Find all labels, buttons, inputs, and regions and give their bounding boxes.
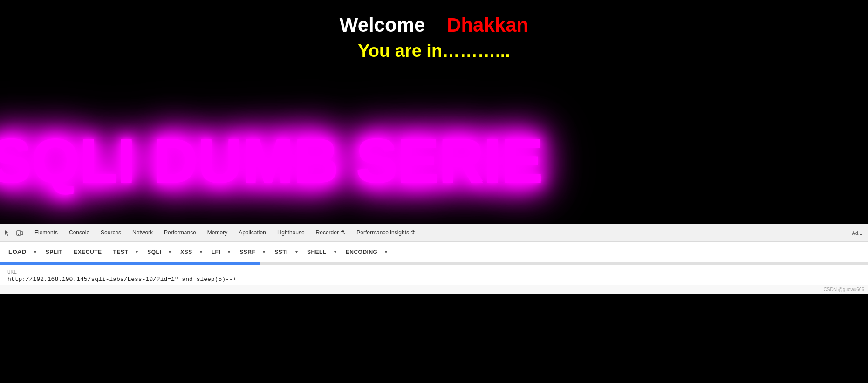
- split-button[interactable]: SPLIT: [41, 246, 68, 258]
- xss-button[interactable]: XSS: [176, 246, 197, 258]
- ssti-dropdown-arrow[interactable]: ▾: [293, 247, 301, 257]
- you-are-in-text: You are in………...: [358, 41, 510, 61]
- encoding-button[interactable]: ENCODING: [341, 246, 383, 258]
- tab-application[interactable]: Application: [233, 224, 272, 242]
- tab-recorder[interactable]: Recorder ⚗: [310, 224, 351, 242]
- sqli-dumb-title: SQLI DUMB SERIE: [0, 126, 543, 196]
- shell-dropdown-group: SHELL ▾: [302, 246, 339, 258]
- tab-network[interactable]: Network: [127, 224, 158, 242]
- inspect-icon[interactable]: [2, 227, 13, 239]
- sqli-dropdown-group: SQLI ▾: [143, 246, 174, 258]
- devtools-panel: Elements Console Sources Network Perform…: [0, 224, 868, 294]
- ssrf-button[interactable]: SSRF: [235, 246, 260, 258]
- scrubber-fill: [0, 262, 260, 265]
- svg-rect-1: [21, 232, 23, 235]
- sqli-button[interactable]: SQLI: [143, 246, 166, 258]
- devtools-icons: [2, 227, 25, 239]
- test-button[interactable]: TEST: [109, 246, 133, 258]
- load-dropdown-arrow[interactable]: ▾: [31, 247, 39, 257]
- tab-more[interactable]: Ad...: [848, 224, 866, 242]
- lfi-dropdown-group: LFI ▾: [207, 246, 233, 258]
- welcome-name: Dhakkan: [447, 14, 528, 36]
- devtools-tabbar: Elements Console Sources Network Perform…: [0, 224, 868, 242]
- load-button[interactable]: LOAD: [4, 246, 31, 258]
- toolbar-bar: LOAD ▾ SPLIT EXECUTE TEST ▾ SQLI ▾: [0, 242, 868, 262]
- csdn-watermark: CSDN @guowu666: [824, 287, 864, 292]
- ssti-button[interactable]: SSTI: [270, 246, 293, 258]
- url-value: http://192.168.190.145/sqli-labs/Less-10…: [7, 276, 861, 283]
- device-toolbar-icon[interactable]: [14, 227, 25, 239]
- sqli-dropdown-arrow[interactable]: ▾: [166, 247, 174, 257]
- url-section: URL http://192.168.190.145/sqli-labs/Les…: [0, 265, 868, 285]
- encoding-dropdown-group: ENCODING ▾: [341, 246, 390, 258]
- test-dropdown-arrow[interactable]: ▾: [133, 247, 141, 257]
- ssrf-dropdown-group: SSRF ▾: [235, 246, 268, 258]
- ssti-dropdown-group: SSTI ▾: [270, 246, 301, 258]
- lfi-button[interactable]: LFI: [207, 246, 226, 258]
- encoding-dropdown-arrow[interactable]: ▾: [382, 247, 390, 257]
- main-content: Welcome Dhakkan You are in………... SQLI DU…: [0, 0, 868, 224]
- tab-sources[interactable]: Sources: [95, 224, 127, 242]
- scrubber-bar[interactable]: [0, 262, 868, 265]
- tab-lighthouse[interactable]: Lighthouse: [272, 224, 310, 242]
- tab-performance[interactable]: Performance: [158, 224, 202, 242]
- tab-elements[interactable]: Elements: [29, 224, 63, 242]
- welcome-prefix: Welcome: [340, 14, 425, 36]
- shell-dropdown-arrow[interactable]: ▾: [331, 247, 339, 257]
- url-label: URL: [7, 269, 861, 275]
- load-dropdown-group: LOAD ▾: [4, 246, 39, 258]
- shell-button[interactable]: SHELL: [302, 246, 331, 258]
- execute-button[interactable]: EXECUTE: [69, 246, 106, 258]
- tab-console[interactable]: Console: [63, 224, 95, 242]
- ssrf-dropdown-arrow[interactable]: ▾: [260, 247, 268, 257]
- bottom-bar: CSDN @guowu666: [0, 285, 868, 294]
- xss-dropdown-group: XSS ▾: [176, 246, 205, 258]
- test-dropdown-group: TEST ▾: [109, 246, 141, 258]
- tab-memory[interactable]: Memory: [202, 224, 233, 242]
- xss-dropdown-arrow[interactable]: ▾: [197, 247, 205, 257]
- welcome-heading: Welcome Dhakkan: [340, 14, 528, 36]
- tab-performance-insights[interactable]: Performance insights ⚗: [351, 224, 421, 242]
- lfi-dropdown-arrow[interactable]: ▾: [225, 247, 233, 257]
